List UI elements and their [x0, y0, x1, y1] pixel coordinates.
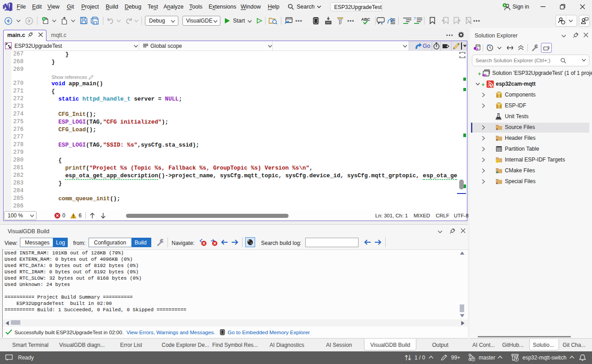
- svg-text:?: ?: [414, 16, 416, 21]
- svg-text:ABC: ABC: [361, 17, 370, 22]
